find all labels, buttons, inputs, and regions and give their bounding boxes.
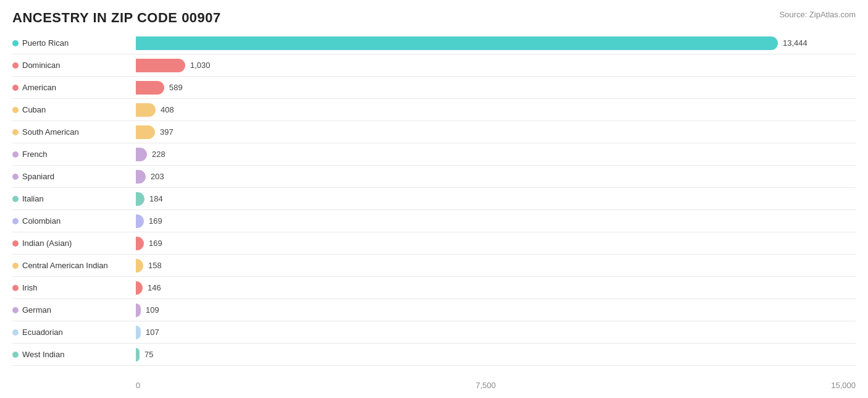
bar-track: 589 — [136, 81, 856, 95]
bar-label-text: Irish — [22, 283, 38, 292]
bar-fill — [136, 170, 146, 184]
bar-label: Puerto Rican — [12, 38, 136, 48]
bar-label-text: West Indian — [22, 350, 64, 359]
x-axis: 07,50015,000 — [136, 381, 856, 390]
bar-row: Spaniard203 — [12, 166, 856, 188]
bar-value-label: 228 — [152, 150, 165, 159]
chart-title: ANCESTRY IN ZIP CODE 00907 — [12, 10, 856, 26]
bar-label: American — [12, 83, 136, 92]
bar-fill — [136, 36, 778, 50]
bar-label-text: Colombian — [22, 216, 61, 226]
source-label: Source: ZipAtlas.com — [779, 10, 856, 19]
bar-value-label: 1,030 — [190, 61, 211, 70]
bar-fill — [136, 214, 144, 228]
bar-dot-icon — [12, 85, 19, 91]
bar-track: 228 — [136, 148, 856, 161]
bar-label: Ecuadorian — [12, 328, 136, 337]
bar-dot-icon — [12, 151, 19, 158]
bar-track: 184 — [136, 192, 856, 206]
bar-dot-icon — [12, 307, 19, 313]
bar-dot-icon — [12, 174, 19, 180]
bar-fill — [136, 81, 164, 95]
bar-label: German — [12, 305, 136, 315]
bar-row: South American397 — [12, 121, 856, 143]
bar-track: 75 — [136, 348, 856, 362]
bar-label-text: Indian (Asian) — [22, 239, 72, 248]
bar-label: Central American Indian — [12, 261, 136, 270]
bar-row: Puerto Rican13,444 — [12, 32, 856, 54]
bar-track: 1,030 — [136, 59, 856, 72]
chart-area: Puerto Rican13,444Dominican1,030American… — [12, 32, 856, 378]
bar-dot-icon — [12, 352, 19, 358]
bar-label-text: German — [22, 305, 51, 315]
bar-row: Dominican1,030 — [12, 54, 856, 77]
bar-label: Colombian — [12, 216, 136, 226]
bar-track: 203 — [136, 170, 856, 184]
bar-label-text: Italian — [22, 194, 44, 203]
bar-track: 158 — [136, 259, 856, 273]
x-axis-label: 15,000 — [831, 381, 856, 390]
bar-row: Ecuadorian107 — [12, 321, 856, 344]
bar-value-label: 169 — [149, 239, 162, 248]
bar-row: Central American Indian158 — [12, 255, 856, 277]
bar-fill — [136, 103, 156, 117]
bar-fill — [136, 259, 143, 273]
bar-label: Dominican — [12, 61, 136, 70]
bar-dot-icon — [12, 240, 19, 247]
bar-fill — [136, 148, 147, 161]
bar-label-text: Dominican — [22, 61, 60, 70]
bar-dot-icon — [12, 62, 19, 69]
bar-value-label: 169 — [149, 216, 162, 226]
bar-label-text: Ecuadorian — [22, 328, 63, 337]
bar-value-label: 75 — [144, 350, 153, 359]
bar-fill — [136, 192, 144, 206]
bar-track: 146 — [136, 281, 856, 295]
bar-row: Indian (Asian)169 — [12, 232, 856, 255]
bar-label-text: Central American Indian — [22, 261, 108, 270]
bar-label-text: American — [22, 83, 56, 92]
bar-label-text: Cuban — [22, 105, 46, 114]
bar-dot-icon — [12, 329, 19, 336]
bar-fill — [136, 125, 155, 139]
bar-track: 169 — [136, 237, 856, 250]
bar-value-label: 146 — [148, 283, 161, 292]
bar-value-label: 109 — [146, 305, 159, 315]
chart-container: ANCESTRY IN ZIP CODE 00907 Source: ZipAt… — [0, 0, 868, 398]
bar-track: 408 — [136, 103, 856, 117]
bar-row: French228 — [12, 143, 856, 166]
bar-dot-icon — [12, 285, 19, 291]
bar-fill — [136, 303, 141, 317]
bar-fill — [136, 326, 141, 339]
bar-row: German109 — [12, 299, 856, 321]
bar-dot-icon — [12, 40, 19, 46]
bar-label: Spaniard — [12, 172, 136, 181]
bar-label: Indian (Asian) — [12, 239, 136, 248]
bar-value-label: 158 — [148, 261, 162, 270]
bar-row: Italian184 — [12, 188, 856, 210]
bar-label: Cuban — [12, 105, 136, 114]
bar-track: 107 — [136, 326, 856, 339]
bar-track: 13,444 — [136, 36, 856, 50]
x-axis-label: 7,500 — [475, 381, 496, 390]
bar-value-label: 397 — [160, 127, 173, 137]
bar-value-label: 589 — [169, 83, 183, 92]
bar-row: Cuban408 — [12, 99, 856, 121]
bar-label: French — [12, 150, 136, 159]
bar-label-text: Puerto Rican — [22, 38, 69, 48]
bar-value-label: 203 — [151, 172, 164, 181]
bar-fill — [136, 281, 143, 295]
bar-label: Italian — [12, 194, 136, 203]
bar-row: American589 — [12, 77, 856, 99]
bar-dot-icon — [12, 196, 19, 202]
bar-row: West Indian75 — [12, 344, 856, 366]
bar-value-label: 13,444 — [783, 38, 807, 48]
bar-track: 169 — [136, 214, 856, 228]
bar-value-label: 184 — [149, 194, 163, 203]
bar-label: South American — [12, 127, 136, 137]
bar-fill — [136, 237, 144, 250]
bar-label-text: South American — [22, 127, 79, 137]
bar-label: West Indian — [12, 350, 136, 359]
bar-fill — [136, 59, 185, 72]
bar-track: 109 — [136, 303, 856, 317]
bar-dot-icon — [12, 107, 19, 113]
